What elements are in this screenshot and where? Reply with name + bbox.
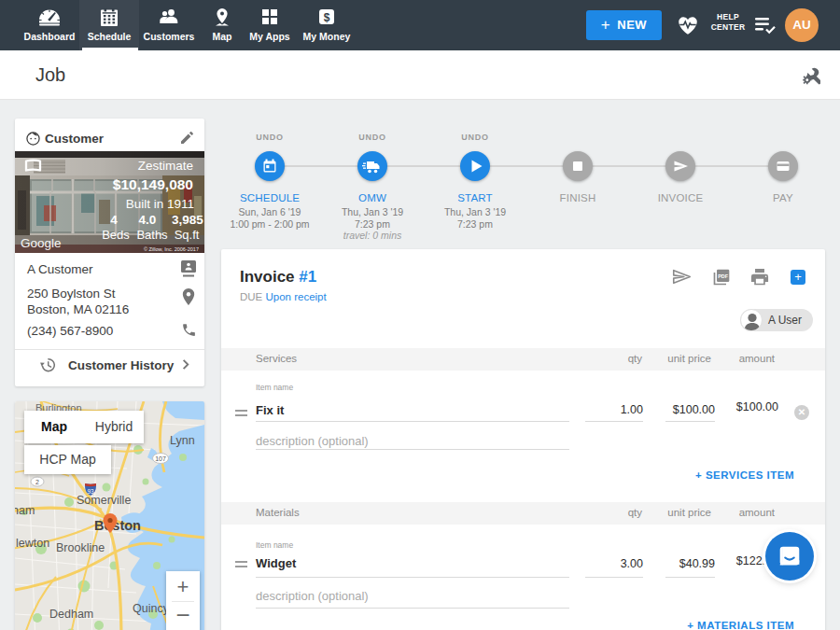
svg-text:PDF: PDF: [718, 273, 729, 279]
svg-text:Brookline: Brookline: [56, 541, 105, 554]
svg-text:$10,149,080: $10,149,080: [113, 176, 193, 192]
svg-text:Built in 1911: Built in 1911: [126, 197, 194, 211]
svg-text:lewton: lewton: [16, 537, 49, 550]
svg-text:93: 93: [87, 488, 94, 495]
svg-text:$: $: [324, 11, 330, 24]
svg-text:Google: Google: [21, 236, 62, 250]
svg-text:107: 107: [155, 455, 166, 462]
svg-text:Sq.ft: Sq.ft: [175, 228, 200, 242]
svg-text:Lynn: Lynn: [170, 434, 195, 447]
svg-text:Baths: Baths: [136, 228, 168, 242]
svg-text:Somerville: Somerville: [77, 494, 131, 507]
svg-text:4.0: 4.0: [139, 213, 157, 227]
svg-text:Zestimate: Zestimate: [138, 159, 193, 173]
svg-text:ham: ham: [15, 504, 35, 517]
svg-text:© Zillow, Inc. 2006-2017: © Zillow, Inc. 2006-2017: [144, 246, 199, 252]
svg-text:Dedham: Dedham: [49, 608, 93, 621]
svg-text:Boston: Boston: [94, 518, 141, 533]
svg-text:3,985: 3,985: [172, 213, 203, 227]
svg-text:2: 2: [35, 479, 39, 485]
svg-text:4: 4: [110, 213, 118, 227]
svg-text:Quincy: Quincy: [133, 602, 170, 615]
svg-text:Beds: Beds: [102, 228, 130, 242]
